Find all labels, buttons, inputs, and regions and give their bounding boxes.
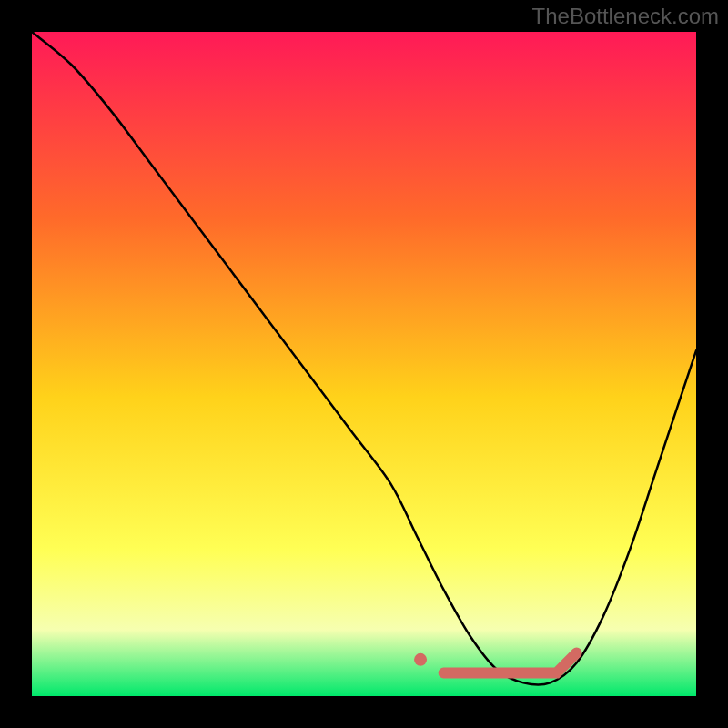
plot-area [32,32,696,696]
watermark-text: TheBottleneck.com [532,4,719,29]
current-point-marker [414,653,427,666]
chart-svg [0,0,728,728]
bottleneck-chart: TheBottleneck.com [0,0,728,728]
